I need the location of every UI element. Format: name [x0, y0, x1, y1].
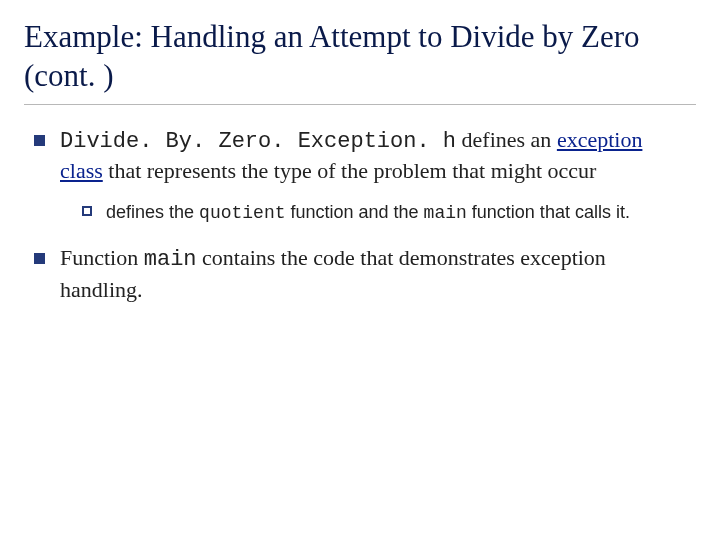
body-text: that represents the type of the problem … [103, 158, 597, 183]
code-text: quotient [199, 203, 285, 223]
body-text: defines the [106, 202, 199, 222]
bullet-list: Divide. By. Zero. Exception. h defines a… [24, 125, 696, 305]
list-item: Divide. By. Zero. Exception. h defines a… [30, 125, 690, 226]
list-item: defines the quotient function and the ma… [80, 200, 690, 225]
title-rule [24, 104, 696, 105]
slide-title: Example: Handling an Attempt to Divide b… [24, 18, 696, 96]
code-text: Divide. By. Zero. Exception. h [60, 129, 456, 154]
body-text: function that calls it. [467, 202, 630, 222]
body-text: function and the [286, 202, 424, 222]
body-text: defines an [456, 127, 557, 152]
slide: Example: Handling an Attempt to Divide b… [0, 0, 720, 540]
body-text: Function [60, 245, 144, 270]
list-item: Function main contains the code that dem… [30, 243, 690, 304]
code-text: main [144, 247, 197, 272]
sub-bullet-list: defines the quotient function and the ma… [60, 200, 690, 225]
code-text: main [424, 203, 467, 223]
